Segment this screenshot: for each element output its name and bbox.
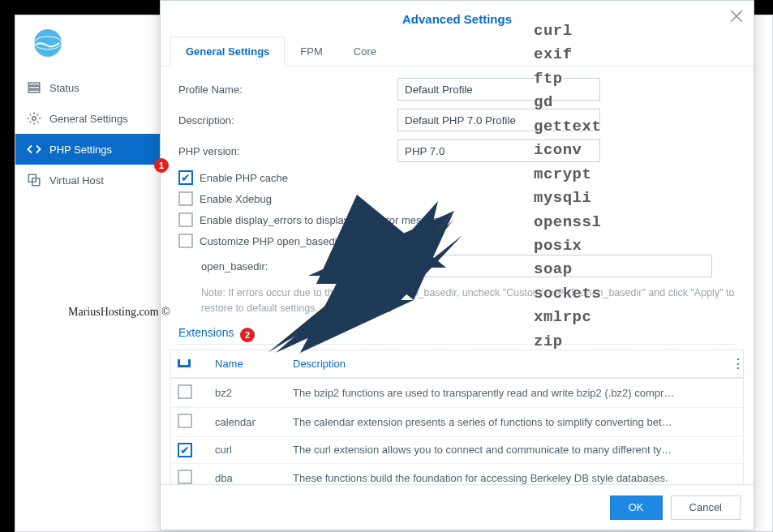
- sidebar-item-status[interactable]: Status: [15, 72, 174, 103]
- row-desc: The bzip2 functions are used to transpar…: [286, 381, 725, 405]
- profile-name-label: Profile Name:: [178, 84, 397, 96]
- php-version-label: PHP version:: [178, 145, 397, 157]
- table-row[interactable]: calendarThe calendar extension presents …: [171, 407, 743, 436]
- gear-icon: [27, 111, 41, 126]
- dialog-title: Advanced Settings: [161, 1, 754, 36]
- overlay-item: posix: [534, 234, 601, 258]
- tab-core[interactable]: Core: [338, 36, 392, 66]
- extensions-heading-text: Extensions: [178, 326, 234, 339]
- tab-general-settings[interactable]: General Settings: [170, 36, 285, 66]
- table-row[interactable]: bz2The bzip2 functions are used to trans…: [171, 378, 743, 407]
- close-icon[interactable]: [729, 9, 744, 26]
- svg-rect-4: [28, 90, 40, 92]
- dialog-footer: OK Cancel: [161, 484, 754, 530]
- overlay-item: exif: [534, 43, 601, 66]
- customize-open-basedir-checkbox[interactable]: [178, 234, 193, 248]
- sidebar-label: Virtual Host: [49, 174, 104, 187]
- enable-display-errors-checkbox[interactable]: [178, 212, 193, 227]
- table-row[interactable]: curlThe curl extension allows you to con…: [171, 436, 743, 463]
- row-name: bz2: [208, 381, 286, 405]
- row-desc: The curl extension allows you to connect…: [286, 438, 725, 461]
- extensions-table: Name Description ⋮ bz2The bzip2 function…: [170, 350, 744, 493]
- row-checkbox[interactable]: [178, 414, 192, 428]
- row-name: calendar: [208, 410, 286, 434]
- row-desc: The calendar extension presents a series…: [286, 410, 725, 434]
- overlay-item: mcrypt: [534, 163, 601, 187]
- row-checkbox[interactable]: [178, 443, 192, 457]
- arrow-annotation-icon: [251, 187, 462, 357]
- watermark: MariusHosting.com ©: [68, 306, 170, 319]
- note-prefix: Note:: [201, 287, 228, 298]
- overlay-item: mysqli: [534, 187, 601, 210]
- enable-xdebug-checkbox[interactable]: [178, 191, 193, 206]
- description-label: Description:: [178, 114, 397, 127]
- sidebar-item-general-settings[interactable]: General Settings: [15, 103, 174, 134]
- overlay-item: xmlrpc: [534, 306, 601, 329]
- copy-icon: [27, 173, 41, 187]
- sidebar-label: PHP Settings: [49, 144, 112, 156]
- code-icon: [27, 142, 41, 157]
- row-name: curl: [208, 438, 286, 461]
- table-menu-icon[interactable]: ⋮: [725, 350, 743, 377]
- overlay-item: curl: [534, 19, 601, 43]
- overlay-extensions-list: curlexifftpgdgettexticonvmcryptmysqliope…: [534, 19, 601, 354]
- overlay-item: zip: [534, 330, 601, 354]
- svg-rect-2: [28, 83, 40, 85]
- overlay-item: gd: [534, 91, 601, 114]
- sidebar-label: Status: [49, 82, 79, 94]
- badge-2: 2: [240, 328, 255, 342]
- enable-php-cache-label: Enable PHP cache: [200, 172, 288, 184]
- tab-fpm[interactable]: FPM: [285, 36, 337, 66]
- cancel-button[interactable]: Cancel: [671, 496, 741, 520]
- row-checkbox[interactable]: [178, 470, 192, 484]
- svg-point-5: [32, 117, 37, 121]
- sidebar-item-php-settings[interactable]: PHP Settings: [15, 134, 174, 165]
- sidebar: Status General Settings PHP Settings Vir…: [15, 72, 174, 195]
- tabs: General Settings FPM Core: [161, 36, 754, 66]
- badge-1: 1: [154, 158, 169, 173]
- ok-button[interactable]: OK: [610, 496, 663, 520]
- app-globe-icon: [32, 27, 64, 59]
- sidebar-label: General Settings: [49, 113, 128, 125]
- overlay-item: soap: [534, 258, 601, 281]
- enable-php-cache-checkbox[interactable]: [178, 170, 193, 185]
- overlay-item: gettext: [534, 115, 601, 139]
- row-checkbox[interactable]: [178, 384, 192, 399]
- sidebar-item-virtual-host[interactable]: Virtual Host: [15, 165, 174, 195]
- overlay-item: openssl: [534, 211, 601, 234]
- list-icon: [27, 80, 41, 95]
- header-checkbox-icon[interactable]: [178, 359, 191, 367]
- svg-rect-3: [28, 87, 40, 89]
- dialog-title-text: Advanced Settings: [402, 12, 512, 26]
- overlay-item: ftp: [534, 67, 601, 91]
- overlay-item: iconv: [534, 139, 601, 162]
- overlay-item: sockets: [534, 282, 601, 306]
